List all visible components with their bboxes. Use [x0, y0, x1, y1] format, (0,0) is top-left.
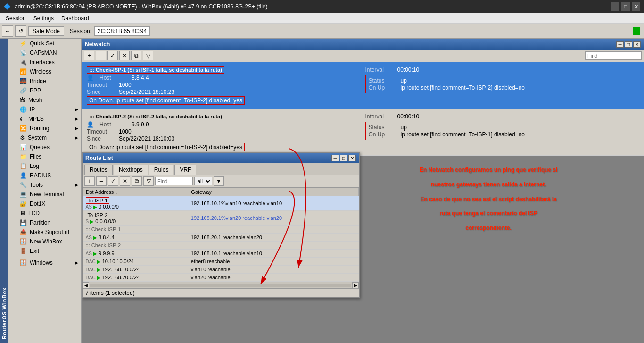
- files-icon: 📁: [20, 153, 27, 160]
- menu-session[interactable]: Session: [2, 14, 30, 23]
- route-scrollbar: ◀ ▶: [83, 282, 359, 288]
- ppp-icon: 🔗: [20, 87, 27, 94]
- back-button[interactable]: ←: [2, 25, 13, 37]
- title-controls[interactable]: ─ □ ✕: [611, 2, 640, 11]
- route-filter-button[interactable]: ▽: [143, 176, 154, 186]
- route-check-button[interactable]: ✓: [108, 176, 118, 186]
- netwatch-close[interactable]: ✕: [633, 41, 641, 48]
- sidebar-item-tools[interactable]: 🔧 Tools: [8, 180, 81, 190]
- netwatch-minimize[interactable]: ─: [616, 41, 624, 48]
- routelist-maximize[interactable]: □: [340, 155, 347, 161]
- netwatch-toolbar: + – ✓ ✕ ⧉ ▽: [82, 50, 644, 62]
- sidebar-item-files[interactable]: 📁 Files: [8, 152, 81, 161]
- routelist-close[interactable]: ✕: [348, 155, 356, 161]
- nw-isp1-status-value: up: [401, 77, 407, 84]
- table-row[interactable]: AS ▶ 9.9.9.9 192.168.10.1 reachable vlan…: [83, 250, 359, 258]
- nw-isp2-since-value: Sep/22/2021 18:10:03: [119, 135, 174, 142]
- sidebar-item-windows[interactable]: 🪟 Windows: [8, 258, 81, 268]
- minimize-button[interactable]: ─: [611, 2, 619, 11]
- netwatch-window-controls[interactable]: ─ □ ✕: [616, 41, 641, 48]
- nw-filter-button[interactable]: ▽: [143, 51, 153, 60]
- table-row[interactable]: ::: Check-ISP-2: [83, 242, 359, 250]
- sidebar-item-mpls[interactable]: 🏷 MPLS: [8, 114, 81, 124]
- route-dropdown-button[interactable]: ▼: [214, 176, 224, 186]
- sidebar-item-queues[interactable]: 📊 Queues: [8, 142, 81, 152]
- sidebar-item-label-wireless: Wireless: [30, 68, 51, 75]
- sidebar-item-interfaces[interactable]: 🔌 Interfaces: [8, 58, 81, 67]
- nw-isp2-ondown-label: On Down: [89, 144, 113, 151]
- menu-settings[interactable]: Settings: [30, 14, 58, 23]
- netwatch-maximize[interactable]: □: [625, 41, 632, 48]
- sidebar-item-wireless[interactable]: 📶 Wireless: [8, 67, 81, 76]
- table-row[interactable]: To-ISP-2 S ▶ 0.0.0.0/0 192.168.20.1%vlan…: [83, 211, 359, 226]
- sidebar-item-system[interactable]: ⚙ System: [8, 133, 81, 142]
- nw-check-button[interactable]: ✓: [107, 51, 118, 60]
- maximize-button[interactable]: □: [621, 2, 630, 11]
- route-add-button[interactable]: +: [84, 176, 95, 186]
- sidebar-item-label-ppp: PPP: [30, 87, 41, 94]
- sidebar-item-new-winbox[interactable]: 🪟 New WinBox: [8, 237, 81, 246]
- netwatch-entry-isp1[interactable]: ::: Check-ISP-1 (Si si ISP-1 falla, se d…: [82, 62, 644, 109]
- nw-isp2-timeout-value: 1000: [119, 128, 132, 135]
- sidebar-item-capsman[interactable]: 📡 CAPsMAN: [8, 48, 81, 58]
- table-row[interactable]: DAC ▶ 192.168.20.0/24 vlan20 reachable: [83, 274, 359, 282]
- route-gateway-cell: 192.168.20.1%vlan20 reachable vlan20: [188, 211, 359, 226]
- routelist-window-controls[interactable]: ─ □ ✕: [331, 155, 356, 161]
- nw-x-button[interactable]: ✕: [119, 51, 130, 60]
- table-row[interactable]: AS ▶ 8.8.4.4 192.168.20.1 reachable vlan…: [83, 234, 359, 242]
- tab-routes[interactable]: Routes: [84, 165, 113, 175]
- sidebar-item-quick-set[interactable]: ⚡ Quick Set: [8, 39, 81, 48]
- sidebar-item-label-dot1x: Dot1X: [30, 201, 45, 207]
- nw-copy-button[interactable]: ⧉: [131, 51, 141, 60]
- route-copy-button[interactable]: ⧉: [132, 176, 142, 186]
- sidebar-item-mesh[interactable]: 🕸 Mesh: [8, 95, 81, 105]
- sidebar-item-exit[interactable]: 🚪 Exit: [8, 246, 81, 256]
- sidebar-item-make-supout[interactable]: 📤 Make Supout.rif: [8, 227, 81, 237]
- sidebar-item-partition[interactable]: 💾 Partition: [8, 218, 81, 227]
- sidebar-item-log[interactable]: 📋 Log: [8, 161, 81, 171]
- tab-rules[interactable]: Rules: [149, 165, 174, 175]
- menu-dashboard[interactable]: Dashboard: [58, 14, 93, 23]
- nw-add-button[interactable]: +: [84, 51, 94, 60]
- table-row[interactable]: DAC ▶ 192.168.10.0/24 vlan10 reachable: [83, 266, 359, 274]
- route-table-head: Dst Address ↕ Gateway: [83, 188, 359, 196]
- close-button[interactable]: ✕: [632, 2, 640, 11]
- nw-isp2-interval-row: Interval 00:00:10: [365, 113, 639, 120]
- sidebar-item-label-new-winbox: New WinBox: [30, 238, 62, 245]
- tab-vrf[interactable]: VRF: [174, 165, 196, 175]
- scroll-left-button[interactable]: ◀: [83, 282, 89, 289]
- sidebar-item-ip[interactable]: 🌐 IP: [8, 105, 81, 114]
- route-type: AS: [86, 251, 92, 256]
- route-remove-button[interactable]: –: [96, 176, 107, 186]
- route-find-input[interactable]: [155, 177, 193, 185]
- annotation-line5: correspondiente.: [465, 225, 511, 231]
- route-dst-cell: DAC ▶ 10.10.10.0/24: [83, 258, 188, 266]
- table-row[interactable]: To-ISP-1 AS ▶ 0.0.0.0/0 192.168.10.1%vla…: [83, 196, 359, 211]
- dot1x-icon: 🔐: [20, 201, 27, 207]
- sidebar-item-bridge[interactable]: 🌉 Bridge: [8, 76, 81, 86]
- nw-remove-button[interactable]: –: [96, 51, 106, 60]
- nw-entry-isp2-header: ::: Check-ISP-2 (Si si ISP-2 falla, se d…: [87, 113, 361, 120]
- safe-mode-button[interactable]: Safe Mode: [28, 26, 64, 36]
- sidebar-item-dot1x[interactable]: 🔐 Dot1X: [8, 199, 81, 209]
- sidebar-item-new-terminal[interactable]: 💻 New Terminal: [8, 190, 81, 199]
- table-row[interactable]: DAC ▶ 10.10.10.0/24 ether8 reachable: [83, 258, 359, 266]
- route-filter-select[interactable]: all: [194, 177, 212, 185]
- netwatch-find-input[interactable]: [585, 51, 642, 60]
- sidebar-item-lcd[interactable]: 🖥 LCD: [8, 209, 81, 218]
- route-x-button[interactable]: ✕: [120, 176, 130, 186]
- routelist-window: Route List ─ □ ✕ Routes Nexthops Rules V…: [82, 152, 360, 298]
- route-type: AS: [86, 204, 92, 209]
- scroll-right-button[interactable]: ▶: [352, 282, 359, 289]
- tab-nexthops[interactable]: Nexthops: [114, 165, 148, 175]
- table-row[interactable]: ::: Check-ISP-1: [83, 226, 359, 234]
- sidebar-item-ppp[interactable]: 🔗 PPP: [8, 86, 81, 95]
- routelist-minimize[interactable]: ─: [331, 155, 339, 161]
- tools-icon: 🔧: [20, 182, 27, 188]
- refresh-button[interactable]: ↺: [15, 25, 26, 37]
- route-type: DAC: [86, 267, 96, 272]
- netwatch-entry-isp2[interactable]: ::: Check-ISP-2 (Si si ISP-2 falla, se d…: [82, 109, 644, 156]
- nw-isp2-host-label: Host: [99, 121, 128, 128]
- sidebar-item-routing[interactable]: 🔀 Routing: [8, 124, 81, 133]
- sidebar-item-radius[interactable]: 👤 RADIUS: [8, 171, 81, 180]
